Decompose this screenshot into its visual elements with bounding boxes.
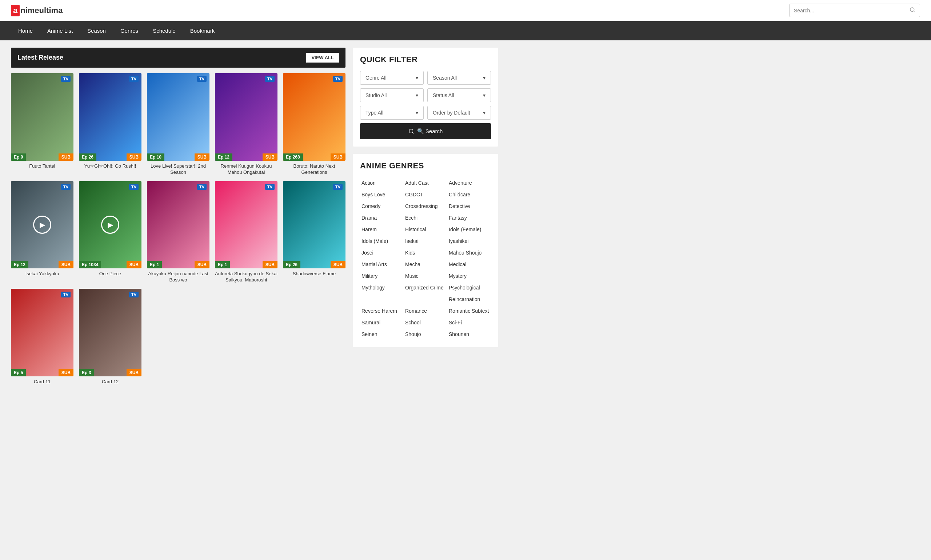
nav-schedule[interactable]: Schedule — [145, 21, 183, 40]
anime-thumbnail: TVEp 12SUB — [215, 73, 277, 161]
genre-item[interactable]: Music — [404, 270, 447, 282]
ep-badge: Ep 3 — [79, 369, 94, 376]
sub-badge: SUB — [195, 261, 209, 268]
genre-item[interactable]: Detective — [447, 200, 491, 212]
genre-item[interactable]: Crossdressing — [404, 200, 447, 212]
genre-item[interactable]: Medical — [447, 258, 491, 270]
genre-item[interactable]: CGDCT — [404, 189, 447, 200]
genre-item[interactable]: Isekai — [404, 235, 447, 247]
genre-item[interactable]: Mahou Shoujo — [447, 247, 491, 258]
genre-item[interactable]: Romantic Subtext — [447, 305, 491, 317]
status-filter[interactable]: Status All ▾ — [427, 88, 491, 102]
tv-badge: TV — [129, 184, 138, 190]
genre-item[interactable]: Shounen — [447, 328, 491, 340]
season-filter[interactable]: Season All ▾ — [427, 71, 491, 85]
tv-badge: TV — [333, 184, 343, 190]
filter-search-button[interactable]: 🔍 Search — [360, 123, 491, 139]
genre-item[interactable]: Adventure — [447, 177, 491, 189]
search-button[interactable] — [905, 4, 920, 17]
genre-item[interactable]: Martial Arts — [360, 258, 404, 270]
ep-badge: Ep 5 — [11, 369, 26, 376]
genre-item[interactable]: Adult Cast — [404, 177, 447, 189]
genre-item[interactable]: Comedy — [360, 200, 404, 212]
logo[interactable]: a nimeultima — [11, 5, 63, 16]
order-filter[interactable]: Order by Default ▾ — [427, 106, 491, 120]
genre-item[interactable]: Drama — [360, 212, 404, 224]
genre-item[interactable]: Samurai — [360, 317, 404, 328]
anime-card[interactable]: TVEp 1SUBAkuyaku Reijou nanode Last Boss… — [147, 181, 209, 284]
sub-badge: SUB — [126, 369, 142, 376]
filter-search-label: 🔍 Search — [417, 128, 443, 135]
ep-badge: Ep 12 — [215, 154, 232, 161]
anime-card[interactable]: TVEp 26SUBShadowverse Flame — [283, 181, 345, 284]
genre-item[interactable]: Mecha — [404, 258, 447, 270]
genre-item[interactable]: Historical — [404, 224, 447, 235]
anime-title: Fuuto Tantei — [11, 163, 74, 169]
anime-card[interactable]: TVEp 3SUBCard 12 — [79, 289, 142, 385]
anime-thumb-inner: TVEp 10SUB — [147, 73, 209, 161]
genre-filter[interactable]: Genre All ▾ — [360, 71, 424, 85]
anime-title: Love Live! Superstar!! 2nd Season — [147, 163, 209, 175]
genre-item[interactable] — [360, 294, 404, 305]
genre-item[interactable]: Ecchi — [404, 212, 447, 224]
sub-badge: SUB — [263, 154, 277, 161]
genre-item[interactable]: Mystery — [447, 270, 491, 282]
genre-item[interactable] — [404, 294, 447, 305]
filter-row-1: Genre All ▾ Season All ▾ — [360, 71, 491, 85]
anime-grid: TVEp 9SUBFuuto TanteiTVEp 26SUBYu☆Gi☆Oh!… — [11, 73, 345, 385]
search-input[interactable] — [789, 5, 905, 16]
tv-badge: TV — [61, 76, 71, 82]
ep-badge: Ep 12 — [11, 261, 28, 268]
play-icon[interactable]: ▶ — [101, 215, 119, 234]
play-icon[interactable]: ▶ — [33, 215, 51, 234]
genre-item[interactable]: Reverse Harem — [360, 305, 404, 317]
anime-card[interactable]: TVEp 1SUBArifureta Shokugyou de Sekai Sa… — [215, 181, 277, 284]
sub-badge: SUB — [126, 154, 142, 161]
svg-line-1 — [914, 11, 915, 12]
genre-item[interactable]: Josei — [360, 247, 404, 258]
genre-item[interactable]: Boys Love — [360, 189, 404, 200]
anime-title: Boruto: Naruto Next Generations — [283, 163, 345, 175]
anime-card[interactable]: ▶TVEp 1034SUBOne Piece — [79, 181, 142, 284]
genre-item[interactable]: Reincarnation — [447, 294, 491, 305]
anime-card[interactable]: TVEp 12SUBRenmei Kuugun Koukuu Mahou Ong… — [215, 73, 277, 175]
anime-card[interactable]: TVEp 10SUBLove Live! Superstar!! 2nd Sea… — [147, 73, 209, 175]
studio-filter[interactable]: Studio All ▾ — [360, 88, 424, 102]
genre-item[interactable]: Mythology — [360, 282, 404, 294]
filter-search-icon — [408, 128, 414, 134]
anime-card[interactable]: ▶TVEp 12SUBIsekai Yakkyoku — [11, 181, 74, 284]
nav-anime-list[interactable]: Anime List — [40, 21, 80, 40]
anime-thumbnail: TVEp 3SUB — [79, 289, 142, 376]
genre-item[interactable]: Idols (Female) — [447, 224, 491, 235]
genre-item[interactable]: Kids — [404, 247, 447, 258]
nav-season[interactable]: Season — [80, 21, 113, 40]
genre-item[interactable]: Seinen — [360, 328, 404, 340]
tv-badge: TV — [197, 184, 206, 190]
genre-item[interactable]: Romance — [404, 305, 447, 317]
nav-genres[interactable]: Genres — [113, 21, 145, 40]
sub-badge: SUB — [263, 261, 277, 268]
genre-item[interactable]: Organized Crime — [404, 282, 447, 294]
genre-item[interactable]: Idols (Male) — [360, 235, 404, 247]
genre-item[interactable]: Iyashikei — [447, 235, 491, 247]
sidebar: QUICK FILTER Genre All ▾ Season All ▾ St… — [353, 48, 498, 391]
genre-item[interactable]: Harem — [360, 224, 404, 235]
genre-item[interactable]: Action — [360, 177, 404, 189]
genre-item[interactable]: Childcare — [447, 189, 491, 200]
genre-item[interactable]: Shoujo — [404, 328, 447, 340]
anime-card[interactable]: TVEp 5SUBCard 11 — [11, 289, 74, 385]
genre-item[interactable]: Military — [360, 270, 404, 282]
genre-item[interactable]: Psychological — [447, 282, 491, 294]
anime-card[interactable]: TVEp 26SUBYu☆Gi☆Oh!!: Go Rush!! — [79, 73, 142, 175]
view-all-button[interactable]: VIEW ALL — [306, 53, 339, 63]
anime-thumb-inner: TVEp 268SUB — [283, 73, 345, 161]
anime-card[interactable]: TVEp 9SUBFuuto Tantei — [11, 73, 74, 175]
genre-item[interactable]: Sci-Fi — [447, 317, 491, 328]
genre-item[interactable]: School — [404, 317, 447, 328]
nav-bookmark[interactable]: Bookmark — [183, 21, 222, 40]
nav-home[interactable]: Home — [11, 21, 40, 40]
anime-thumb-inner: TVEp 26SUB — [283, 181, 345, 269]
anime-card[interactable]: TVEp 268SUBBoruto: Naruto Next Generatio… — [283, 73, 345, 175]
type-filter[interactable]: Type All ▾ — [360, 106, 424, 120]
genre-item[interactable]: Fantasy — [447, 212, 491, 224]
